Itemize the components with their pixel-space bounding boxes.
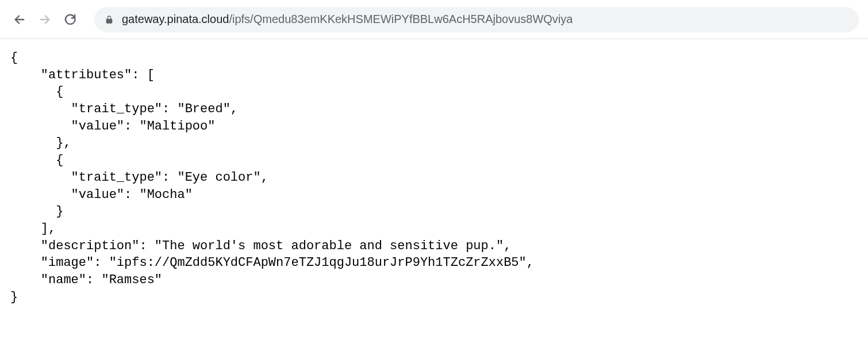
- reload-icon: [64, 13, 76, 26]
- arrow-right-icon: [39, 13, 51, 26]
- lock-icon: [105, 15, 114, 24]
- content-area: { "attributes": [ { "trait_type": "Breed…: [0, 39, 868, 316]
- json-line: "value": "Mocha": [10, 188, 193, 202]
- browser-toolbar: gateway.pinata.cloud/ipfs/Qmedu83emKKekH…: [0, 0, 868, 39]
- json-line: "attributes": [: [10, 68, 155, 82]
- json-line: "trait_type": "Breed",: [10, 102, 238, 116]
- json-line: "trait_type": "Eye color",: [10, 170, 268, 185]
- json-line: }: [10, 290, 18, 304]
- arrow-left-icon: [13, 13, 26, 26]
- json-line: {: [10, 153, 63, 167]
- url-domain: gateway.pinata.cloud: [122, 13, 229, 25]
- json-line: ],: [10, 222, 56, 236]
- json-line: "name": "Ramses": [10, 273, 162, 287]
- json-line: },: [10, 136, 71, 150]
- json-line: {: [10, 85, 63, 99]
- address-bar[interactable]: gateway.pinata.cloud/ipfs/Qmedu83emKKekH…: [94, 7, 859, 32]
- url-text: gateway.pinata.cloud/ipfs/Qmedu83emKKekH…: [122, 13, 573, 26]
- json-line: "image": "ipfs://QmZdd5KYdCFApWn7eTZJ1qg…: [10, 256, 534, 270]
- forward-button[interactable]: [34, 9, 55, 30]
- back-button[interactable]: [9, 9, 30, 30]
- url-path: /ipfs/Qmedu83emKKekHSMEWiPYfBBLw6AcH5RAj…: [229, 13, 573, 25]
- json-line: "value": "Maltipoo": [10, 119, 215, 134]
- json-line: "description": "The world's most adorabl…: [10, 239, 511, 253]
- reload-button[interactable]: [60, 9, 80, 30]
- json-content: { "attributes": [ { "trait_type": "Breed…: [10, 49, 858, 306]
- json-line: }: [10, 204, 63, 219]
- json-line: {: [10, 51, 18, 65]
